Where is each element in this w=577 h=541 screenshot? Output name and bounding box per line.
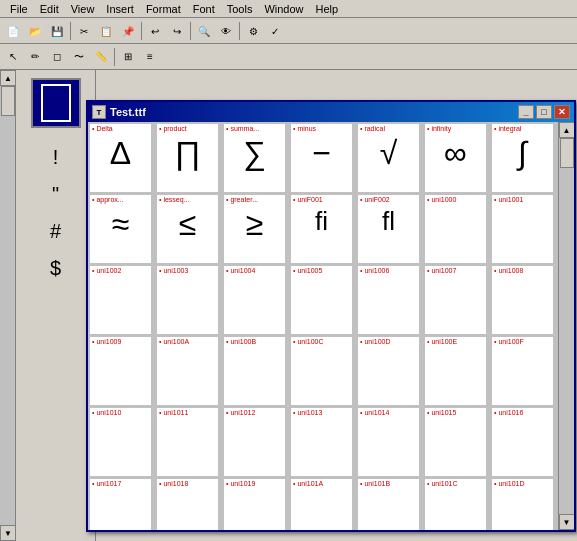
glyph-uni1017-label: • uni1017 xyxy=(90,479,151,488)
glyph-uni101d[interactable]: • uni101D xyxy=(491,478,554,530)
settings-btn[interactable]: ⚙ xyxy=(242,20,264,42)
glyph-uni100e[interactable]: • uni100E xyxy=(424,336,487,406)
grid-btn[interactable]: ⊞ xyxy=(117,46,139,68)
glyph-uni101b[interactable]: • uni101B xyxy=(357,478,420,530)
glyph-uni1006[interactable]: • uni1006 xyxy=(357,265,420,335)
measure-btn[interactable]: 📏 xyxy=(90,46,112,68)
window-scroll-up[interactable]: ▲ xyxy=(559,122,575,138)
glyph-uni100e-label: • uni100E xyxy=(425,337,486,346)
glyph-uni100c[interactable]: • uni100C xyxy=(290,336,353,406)
glyph-approx-label: • approx... xyxy=(90,195,151,204)
glyph-integral-char: ∫ xyxy=(518,137,527,169)
glyph-uni101a[interactable]: • uni101A xyxy=(290,478,353,530)
glyph-uni1010[interactable]: • uni1010 xyxy=(89,407,152,477)
glyph-unif002[interactable]: • uniF002 fl xyxy=(357,194,420,264)
glyph-uni1010-label: • uni1010 xyxy=(90,408,151,417)
glyph-lesseq[interactable]: • lesseq... ≤ xyxy=(156,194,219,264)
glyph-uni1008[interactable]: • uni1008 xyxy=(491,265,554,335)
glyph-infinity[interactable]: • infinity ∞ xyxy=(424,123,487,193)
menu-window[interactable]: Window xyxy=(258,2,309,16)
menu-view[interactable]: View xyxy=(65,2,101,16)
side-char-dollar[interactable]: $ xyxy=(50,257,61,280)
scroll-thumb[interactable] xyxy=(1,86,15,116)
glyph-uni1016[interactable]: • uni1016 xyxy=(491,407,554,477)
outer-scrollbar[interactable]: ▲ ▼ xyxy=(0,70,16,541)
glyph-product[interactable]: • product ∏ xyxy=(156,123,219,193)
paste-btn[interactable]: 📌 xyxy=(117,20,139,42)
scroll-up-arrow[interactable]: ▲ xyxy=(0,70,16,86)
glyph-uni1003[interactable]: • uni1003 xyxy=(156,265,219,335)
curve-btn[interactable]: 〜 xyxy=(68,46,90,68)
glyph-uni1018[interactable]: • uni1018 xyxy=(156,478,219,530)
window-scroll-down[interactable]: ▼ xyxy=(559,514,575,530)
glyph-uni1019[interactable]: • uni1019 xyxy=(223,478,286,530)
glyph-preview-inner xyxy=(41,84,71,122)
cut-btn[interactable]: ✂ xyxy=(73,20,95,42)
validate-btn[interactable]: ✓ xyxy=(264,20,286,42)
pen-btn[interactable]: ✏ xyxy=(24,46,46,68)
glyph-uni1013[interactable]: • uni1013 xyxy=(290,407,353,477)
close-button[interactable]: ✕ xyxy=(554,105,570,119)
glyph-uni100d[interactable]: • uni100D xyxy=(357,336,420,406)
glyph-uni100a[interactable]: • uni100A xyxy=(156,336,219,406)
glyph-radical[interactable]: • radical √ xyxy=(357,123,420,193)
maximize-button[interactable]: □ xyxy=(536,105,552,119)
glyph-uni1014-label: • uni1014 xyxy=(358,408,419,417)
glyph-delta[interactable]: • Delta Δ xyxy=(89,123,152,193)
zoom-btn[interactable]: 🔍 xyxy=(193,20,215,42)
shape-btn[interactable]: ◻ xyxy=(46,46,68,68)
glyph-summa-char: ∑ xyxy=(243,137,266,169)
menu-font[interactable]: Font xyxy=(187,2,221,16)
view-btn[interactable]: 👁 xyxy=(215,20,237,42)
glyph-uni1000[interactable]: • uni1000 xyxy=(424,194,487,264)
redo-btn[interactable]: ↪ xyxy=(166,20,188,42)
glyph-uni1011[interactable]: • uni1011 xyxy=(156,407,219,477)
menu-edit[interactable]: Edit xyxy=(34,2,65,16)
glyph-uni101c[interactable]: • uni101C xyxy=(424,478,487,530)
copy-btn[interactable]: 📋 xyxy=(95,20,117,42)
new-btn[interactable]: 📄 xyxy=(2,20,24,42)
glyph-integral[interactable]: • integral ∫ xyxy=(491,123,554,193)
menu-insert[interactable]: Insert xyxy=(100,2,140,16)
glyph-uni1012-label: • uni1012 xyxy=(224,408,285,417)
menu-tools[interactable]: Tools xyxy=(221,2,259,16)
glyph-approx[interactable]: • approx... ≈ xyxy=(89,194,152,264)
glyph-uni1005[interactable]: • uni1005 xyxy=(290,265,353,335)
minimize-button[interactable]: _ xyxy=(518,105,534,119)
glyph-uni1007[interactable]: • uni1007 xyxy=(424,265,487,335)
glyph-uni1004[interactable]: • uni1004 xyxy=(223,265,286,335)
glyph-uni1002[interactable]: • uni1002 xyxy=(89,265,152,335)
side-char-exclamation[interactable]: ! xyxy=(53,146,59,169)
glyph-uni100f[interactable]: • uni100F xyxy=(491,336,554,406)
sep1 xyxy=(70,22,71,40)
pointer-btn[interactable]: ↖ xyxy=(2,46,24,68)
window-scroll-thumb[interactable] xyxy=(560,138,574,168)
glyph-unif001[interactable]: • uniF001 fi xyxy=(290,194,353,264)
glyph-greatereq[interactable]: • greater... ≥ xyxy=(223,194,286,264)
glyph-uni1001[interactable]: • uni1001 xyxy=(491,194,554,264)
align-btn[interactable]: ≡ xyxy=(139,46,161,68)
glyph-uni1017[interactable]: • uni1017 xyxy=(89,478,152,530)
open-btn[interactable]: 📂 xyxy=(24,20,46,42)
menu-help[interactable]: Help xyxy=(310,2,345,16)
glyph-uni100b[interactable]: • uni100B xyxy=(223,336,286,406)
glyph-delta-char: Δ xyxy=(110,137,131,169)
sep2 xyxy=(141,22,142,40)
glyph-uni1009-label: • uni1009 xyxy=(90,337,151,346)
menu-format[interactable]: Format xyxy=(140,2,187,16)
side-char-hash[interactable]: # xyxy=(50,220,61,243)
side-char-quote[interactable]: " xyxy=(52,183,59,206)
glyph-minus[interactable]: • minus − xyxy=(290,123,353,193)
glyph-uni1015[interactable]: • uni1015 xyxy=(424,407,487,477)
glyph-summa[interactable]: • summa... ∑ xyxy=(223,123,286,193)
glyph-uni1014[interactable]: • uni1014 xyxy=(357,407,420,477)
left-panel: ! " # $ xyxy=(16,70,96,541)
glyph-uni1012[interactable]: • uni1012 xyxy=(223,407,286,477)
save-btn[interactable]: 💾 xyxy=(46,20,68,42)
window-scrollbar[interactable]: ▲ ▼ xyxy=(558,122,574,530)
scroll-down-arrow[interactable]: ▼ xyxy=(0,525,16,541)
undo-btn[interactable]: ↩ xyxy=(144,20,166,42)
menu-file[interactable]: File xyxy=(4,2,34,16)
glyph-uni1009[interactable]: • uni1009 xyxy=(89,336,152,406)
glyph-uni1003-label: • uni1003 xyxy=(157,266,218,275)
